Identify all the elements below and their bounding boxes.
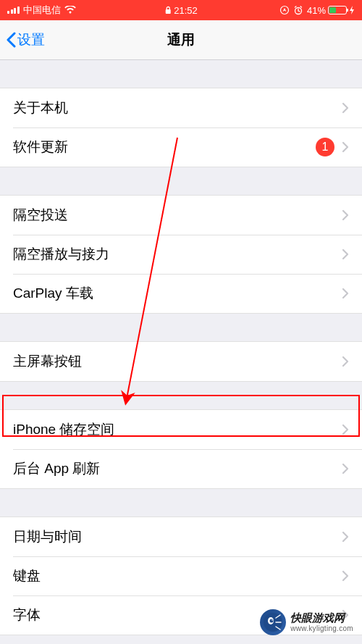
item-label: 关于本机: [13, 99, 68, 117]
chevron-right-icon: [342, 141, 349, 153]
spacer: [0, 314, 362, 341]
svg-rect-0: [166, 9, 171, 14]
chevron-right-icon: [342, 570, 349, 582]
spacer: [0, 60, 362, 88]
item-label: 隔空播放与接力: [13, 245, 109, 264]
chevron-left-icon: [6, 32, 16, 48]
chevron-right-icon: [342, 209, 349, 221]
status-bar: 中国电信 21:52 41%: [0, 0, 362, 20]
status-center: 21:52: [164, 5, 198, 16]
back-label: 设置: [17, 30, 45, 49]
item-label: CarPlay 车载: [13, 284, 93, 303]
status-left: 中国电信: [7, 4, 76, 17]
list-group: iPhone 储存空间后台 App 刷新: [0, 409, 362, 489]
chevron-right-icon: [342, 531, 349, 543]
list-item-home-button[interactable]: 主屏幕按钮: [0, 342, 362, 381]
chevron-right-icon: [342, 102, 349, 114]
item-right: [342, 424, 349, 435]
list-item-airdrop[interactable]: 隔空投送: [0, 196, 362, 235]
watermark: 快眼游戏网 www.kyligting.com: [260, 609, 353, 635]
item-right: [342, 463, 349, 474]
item-label: 字体: [13, 606, 41, 624]
chevron-right-icon: [342, 248, 349, 260]
list-item-about[interactable]: 关于本机: [0, 88, 362, 127]
item-label: iPhone 储存空间: [13, 420, 114, 439]
list-item-background-refresh[interactable]: 后台 App 刷新: [0, 449, 362, 488]
chevron-right-icon: [342, 424, 349, 435]
item-label: 键盘: [13, 566, 41, 585]
time-label: 21:52: [174, 5, 198, 16]
list-group: 关于本机软件更新1: [0, 88, 362, 167]
settings-content: 关于本机软件更新1隔空投送隔空播放与接力CarPlay 车载主屏幕按钮iPhon…: [0, 88, 362, 635]
spacer: [0, 167, 362, 195]
item-right: [342, 531, 349, 543]
list-item-keyboard[interactable]: 键盘: [0, 556, 362, 595]
chevron-right-icon: [342, 288, 349, 299]
item-right: [342, 209, 349, 221]
item-label: 后台 App 刷新: [13, 459, 100, 478]
battery-indicator: 41%: [307, 5, 355, 16]
list-item-iphone-storage[interactable]: iPhone 储存空间: [0, 410, 362, 449]
svg-point-7: [272, 619, 273, 621]
lock-icon: [164, 6, 172, 14]
list-item-date-time[interactable]: 日期与时间: [0, 517, 362, 556]
item-label: 隔空投送: [13, 206, 68, 225]
item-right: [342, 288, 349, 299]
item-right: [342, 356, 349, 367]
chevron-right-icon: [342, 463, 349, 474]
battery-percent-label: 41%: [307, 5, 326, 16]
item-right: [342, 102, 349, 114]
item-right: [342, 248, 349, 260]
list-item-software-update[interactable]: 软件更新1: [0, 127, 362, 167]
item-label: 软件更新: [13, 138, 68, 156]
list-item-carplay[interactable]: CarPlay 车载: [0, 274, 362, 313]
signal-icon: [7, 7, 20, 14]
navigation-bar: 设置 通用: [0, 20, 362, 60]
spacer: [0, 382, 362, 409]
list-item-airplay[interactable]: 隔空播放与接力: [0, 235, 362, 274]
wifi-icon: [64, 6, 76, 14]
spacer: [0, 489, 362, 517]
list-group: 隔空投送隔空播放与接力CarPlay 车载: [0, 195, 362, 314]
list-group: 主屏幕按钮: [0, 341, 362, 382]
charging-icon: [349, 6, 355, 14]
status-right: 41%: [279, 5, 355, 16]
carrier-label: 中国电信: [23, 4, 61, 17]
watermark-logo: [260, 609, 286, 635]
watermark-url: www.kyligting.com: [290, 624, 353, 633]
item-right: 1: [316, 138, 349, 156]
svg-point-6: [270, 619, 274, 623]
notification-badge: 1: [316, 138, 334, 156]
alarm-icon: [293, 5, 303, 15]
page-title: 通用: [167, 30, 195, 49]
item-label: 主屏幕按钮: [13, 352, 82, 371]
watermark-title: 快眼游戏网: [290, 611, 353, 624]
location-icon: [279, 5, 290, 15]
back-button[interactable]: 设置: [6, 30, 45, 49]
chevron-right-icon: [342, 356, 349, 367]
item-label: 日期与时间: [13, 527, 82, 546]
item-right: [342, 570, 349, 582]
